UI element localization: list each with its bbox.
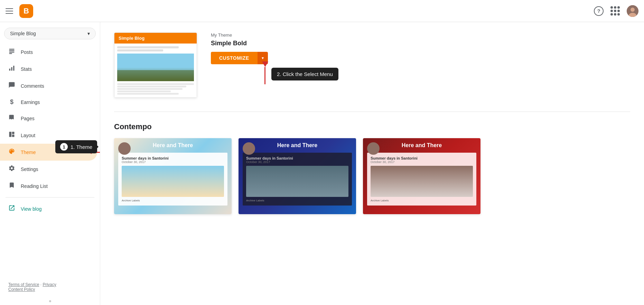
template-card-light[interactable]: Here and There Summer days in Santorini …: [114, 138, 232, 214]
stats-label: Stats: [21, 66, 32, 72]
template-card-img-light: [122, 166, 224, 197]
view-blog-label: View blog: [21, 206, 41, 212]
avatar[interactable]: [627, 5, 638, 17]
pages-label: Pages: [21, 116, 35, 121]
contempo-section: Contempo Here and There Summer days in S…: [114, 122, 630, 214]
reading-list-icon: [8, 182, 15, 190]
preview-image-area: [117, 54, 194, 81]
app-header: B ?: [0, 0, 644, 22]
terms-link[interactable]: Terms of Service: [8, 282, 39, 287]
dropdown-arrow: ▾: [262, 56, 264, 60]
sidebar-item-posts[interactable]: Posts: [0, 44, 97, 60]
layout-icon: [8, 131, 15, 140]
theme-preview: Simple Blog: [114, 32, 197, 98]
template-avatar-dark: [243, 142, 255, 155]
section-divider: [114, 112, 630, 112]
settings-icon: [8, 165, 15, 173]
stats-icon: [8, 65, 15, 73]
reading-list-label: Reading List: [21, 183, 48, 189]
template-card-img-red: [371, 166, 473, 197]
svg-rect-12: [12, 135, 15, 137]
customize-button[interactable]: CUSTOMIZE: [211, 52, 258, 64]
theme-info: My Theme Simple Bold CUSTOMIZE ▾: [211, 32, 630, 71]
contempo-label: Contempo: [114, 122, 630, 131]
my-theme-label: My Theme: [211, 32, 630, 38]
chevron-down-icon: ▾: [87, 31, 90, 36]
svg-rect-5: [9, 52, 15, 53]
template-card-dark[interactable]: Here and There Summer days in Santorini …: [239, 138, 356, 214]
svg-rect-8: [11, 67, 12, 71]
preview-body: [114, 44, 197, 97]
theme-label: Theme: [21, 150, 36, 155]
sidebar-item-theme[interactable]: 1 1. Theme Theme: [0, 144, 97, 161]
sidebar-item-comments[interactable]: Comments: [0, 77, 97, 94]
sidebar-item-pages[interactable]: Pages: [0, 110, 97, 127]
privacy-link[interactable]: Privacy: [43, 282, 56, 287]
template-title-light: Here and There: [114, 142, 232, 149]
sidebar-item-earnings[interactable]: $ Earnings: [0, 94, 97, 110]
posts-icon: [8, 48, 15, 56]
sidebar-footer: Terms of Service · Privacy Content Polic…: [0, 277, 100, 297]
comments-label: Comments: [21, 83, 44, 89]
svg-rect-10: [9, 132, 12, 137]
template-card-red[interactable]: Here and There Summer days in Santorini …: [363, 138, 480, 214]
theme-name: Simple Bold: [211, 40, 630, 47]
blog-switcher-label: Simple Blog: [10, 31, 36, 36]
customize-tooltip: 2. Click the Select Menu: [271, 68, 338, 80]
theme-tooltip: 1 1. Theme: [55, 140, 97, 153]
template-card-inner-light: Summer days in Santorini October 30, 201…: [118, 153, 227, 206]
sidebar-divider: [6, 197, 94, 198]
svg-rect-11: [12, 132, 15, 134]
earnings-label: Earnings: [21, 99, 40, 105]
svg-rect-3: [9, 49, 15, 50]
template-avatar-red: [367, 142, 380, 155]
customize-button-group: CUSTOMIZE ▾: [211, 52, 268, 64]
template-preview-red: Here and There Summer days in Santorini …: [363, 138, 480, 214]
blog-switcher[interactable]: Simple Blog ▾: [4, 28, 96, 39]
main-layout: Simple Blog ▾ Posts Stats Comments $ Ear…: [0, 22, 644, 305]
red-arrow-annotation: [264, 67, 265, 84]
template-card-inner-dark: Summer days in Santorini October 30, 201…: [243, 153, 352, 206]
svg-rect-7: [9, 69, 10, 71]
sidebar-scroll-indicator: [0, 297, 100, 305]
menu-icon[interactable]: [6, 7, 14, 15]
template-avatar-light: [118, 142, 131, 155]
svg-rect-9: [13, 66, 14, 70]
view-blog-icon: [8, 204, 15, 213]
template-card-inner-red: Summer days in Santorini October 30, 201…: [367, 153, 476, 206]
sidebar-item-reading-list[interactable]: Reading List: [0, 178, 97, 194]
svg-point-1: [631, 8, 635, 12]
help-icon[interactable]: ?: [594, 6, 604, 16]
main-content: Simple Blog: [100, 22, 644, 305]
sidebar-item-settings[interactable]: Settings: [0, 161, 97, 178]
template-preview-dark: Here and There Summer days in Santorini …: [239, 138, 356, 214]
sidebar-item-stats[interactable]: Stats: [0, 60, 97, 77]
comments-icon: [8, 82, 15, 90]
svg-rect-4: [9, 50, 15, 51]
posts-label: Posts: [21, 49, 33, 55]
template-title-dark: Here and There: [239, 142, 356, 149]
earnings-icon: $: [8, 98, 15, 106]
theme-icon: [8, 148, 15, 156]
blogger-logo: B: [19, 4, 33, 18]
pages-icon: [8, 114, 15, 123]
theme-section: Simple Blog: [114, 32, 630, 98]
svg-rect-6: [9, 53, 12, 54]
layout-label: Layout: [21, 133, 35, 138]
preview-header: Simple Blog: [114, 33, 197, 44]
sidebar: Simple Blog ▾ Posts Stats Comments $ Ear…: [0, 22, 100, 305]
content-policy-link[interactable]: Content Policy: [8, 287, 35, 292]
template-card-img-dark: [246, 166, 348, 197]
template-grid: Here and There Summer days in Santorini …: [114, 138, 630, 214]
template-title-red: Here and There: [363, 142, 480, 149]
customize-button-wrapper: CUSTOMIZE ▾ 2. Click the Select: [211, 52, 268, 71]
template-preview-light: Here and There Summer days in Santorini …: [114, 138, 232, 214]
sidebar-item-view-blog[interactable]: View blog: [0, 200, 97, 217]
settings-label: Settings: [21, 166, 38, 172]
apps-icon[interactable]: [610, 6, 620, 16]
